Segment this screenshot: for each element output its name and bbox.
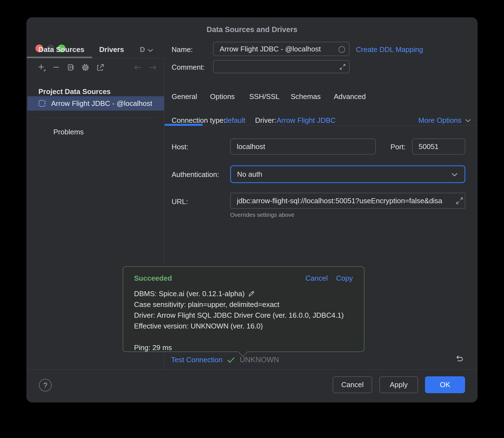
port-input[interactable]: 50051 [412,139,465,155]
url-input[interactable]: jdbc:arrow-flight-sql://localhost:50051?… [230,193,465,209]
footer-divider [27,369,478,370]
case-sensitivity-line: Case sensitivity: plain=upper, delimited… [134,299,344,310]
status-succeeded: Succeeded [134,274,172,283]
tab-overflow-truncated[interactable]: D [140,45,145,54]
host-input[interactable]: localhost [230,139,376,155]
add-datasource-icon[interactable] [37,62,47,72]
tabs-chevron-down-icon[interactable] [147,48,154,53]
tree-separator [35,117,157,118]
export-icon[interactable] [95,62,105,72]
help-button[interactable]: ? [39,379,52,392]
screen: Data Sources and Drivers Data Sources Dr… [0,0,504,438]
port-label: Port: [390,143,406,151]
window-title: Data Sources and Drivers [27,25,477,34]
datasource-icon [38,99,46,108]
expand-url-icon[interactable] [455,197,464,205]
popup-copy-link[interactable]: Copy [336,274,353,283]
help-icon: ? [43,381,47,390]
test-connection-link[interactable]: Test Connection [171,356,222,364]
authentication-select[interactable]: No auth [230,165,465,183]
url-label: URL: [172,197,188,206]
create-ddl-mapping-link[interactable]: Create DDL Mapping [356,45,423,54]
host-value: localhost [237,142,265,151]
authentication-label: Authentication: [172,170,219,179]
connection-type-value[interactable]: default [224,116,245,125]
test-connection-row: Test Connection UNKNOWN [171,356,279,364]
tab-data-sources[interactable]: Data Sources [38,45,84,54]
main-tabs-divider [164,125,478,126]
blank-line [134,332,344,342]
cancel-button[interactable]: Cancel [333,376,372,393]
ping-line: Ping: 29 ms [134,342,344,353]
duplicate-icon[interactable] [66,62,76,72]
popup-cancel-link[interactable]: Cancel [305,274,328,283]
apply-button[interactable]: Apply [379,376,418,393]
test-result-text: UNKNOWN [240,356,279,364]
name-value: Arrow Flight JDBC - @localhost [220,45,321,53]
dbms-text: DBMS: Spice.ai (ver. 0.12.1-alpha) [134,288,245,299]
name-label: Name: [172,45,193,54]
more-options-chevron-down-icon [465,118,471,123]
tab-advanced[interactable]: Advanced [334,92,366,101]
tab-drivers[interactable]: Drivers [99,45,124,54]
back-icon[interactable] [133,62,143,72]
host-label: Host: [172,143,188,151]
authentication-value: No auth [237,170,262,179]
tabstrip-divider [27,58,164,58]
problems-item[interactable]: Problems [53,128,84,136]
comment-input[interactable] [213,60,350,73]
edit-pencil-icon[interactable] [247,290,255,298]
tab-options[interactable]: Options [210,92,235,101]
port-value: 50051 [419,142,439,151]
tab-schemas[interactable]: Schemas [291,92,321,101]
data-sources-dialog: Data Sources and Drivers Data Sources Dr… [27,17,477,402]
project-data-sources-header: Project Data Sources [38,87,111,96]
comment-label: Comment: [172,63,205,72]
test-connection-result-popup: Succeeded Cancel Copy DBMS: Spice.ai (ve… [123,266,364,352]
url-caption: Overrides settings above [230,212,294,218]
select-chevron-down-icon [451,172,458,177]
more-options[interactable]: More Options [418,116,471,125]
ok-button[interactable]: OK [425,376,465,393]
datasource-item-label: Arrow Flight JDBC - @localhost [51,99,152,108]
undo-icon[interactable] [454,354,464,364]
dbms-line: DBMS: Spice.ai (ver. 0.12.1-alpha) [134,288,344,299]
connection-type-label: Connection type: [172,116,225,125]
spinner-icon [338,46,346,53]
check-icon [227,356,235,364]
forward-icon[interactable] [148,62,158,72]
driver-line: Driver: Arrow Flight SQL JDBC Driver Cor… [134,310,344,321]
name-input[interactable]: Arrow Flight JDBC - @localhost [213,42,350,56]
url-value: jdbc:arrow-flight-sql://localhost:50051?… [237,197,442,205]
more-options-label: More Options [418,116,461,125]
expand-comment-icon[interactable] [339,63,346,71]
tab-general[interactable]: General [172,92,197,101]
driver-value-link[interactable]: Arrow Flight JDBC [277,116,336,125]
remove-datasource-icon[interactable] [51,62,61,72]
tab-ssh-ssl[interactable]: SSH/SSL [249,92,280,101]
settings-gear-icon[interactable] [80,62,90,72]
datasource-item-selected[interactable]: Arrow Flight JDBC - @localhost [27,96,164,111]
driver-label: Driver: [255,116,276,125]
effective-version-line: Effective version: UNKNOWN (ver. 16.0) [134,321,344,332]
